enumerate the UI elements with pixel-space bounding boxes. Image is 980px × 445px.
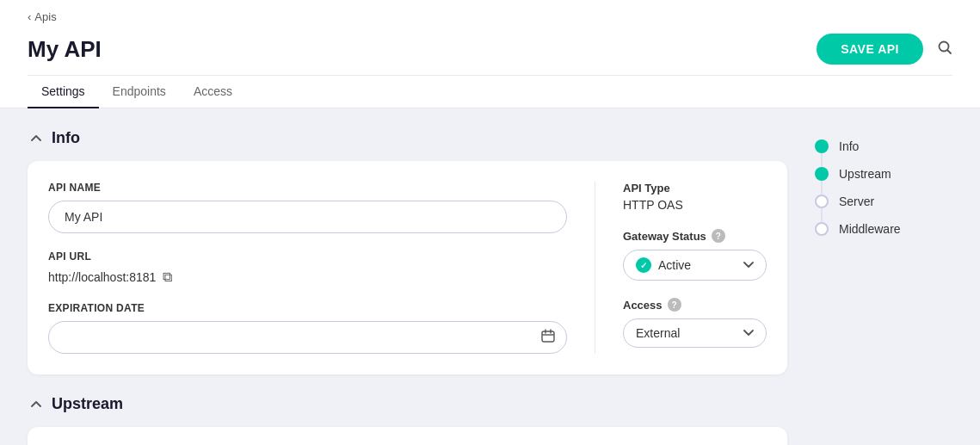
gateway-status-label: Gateway Status <box>623 230 706 243</box>
api-name-label: API NAME <box>48 182 567 194</box>
api-type-value: HTTP OAS <box>623 198 767 212</box>
api-url-label: API URL <box>48 250 567 263</box>
gateway-status-chevron-icon <box>743 259 754 271</box>
api-type-label: API Type <box>623 182 767 195</box>
access-help-icon[interactable]: ? <box>668 298 681 312</box>
access-label: Access <box>623 299 663 312</box>
expiration-date-label: EXPIRATION DATE <box>48 302 567 314</box>
svg-point-0 <box>940 41 949 51</box>
gateway-status-select[interactable]: Active <box>623 250 767 281</box>
sidebar-label-upstream: Upstream <box>839 167 891 181</box>
api-url-value: http://localhost:8181 <box>48 270 156 284</box>
access-value: External <box>636 326 737 340</box>
info-section-toggle[interactable] <box>28 130 45 147</box>
access-chevron-icon <box>743 327 754 339</box>
expiration-date-input[interactable] <box>48 321 567 354</box>
info-section: Info API NAME API URL http://localhost:8… <box>28 129 787 374</box>
back-link[interactable]: ‹ Apis <box>28 0 952 27</box>
sidebar-item-info[interactable]: Info <box>815 133 952 160</box>
gateway-status-value: Active <box>658 258 737 272</box>
sidebar-dot-upstream <box>815 167 829 181</box>
sidebar-item-middleware[interactable]: Middleware <box>815 215 952 243</box>
upstream-section-toggle[interactable] <box>28 396 45 413</box>
sidebar-item-upstream[interactable]: Upstream <box>815 160 952 188</box>
sidebar-nav: Info Upstream Server Middleware <box>815 133 952 243</box>
active-status-dot <box>636 257 651 273</box>
tab-endpoints[interactable]: Endpoints <box>99 76 180 108</box>
sidebar: Info Upstream Server Middleware <box>815 129 952 445</box>
search-button[interactable] <box>937 40 952 59</box>
search-icon <box>937 40 952 55</box>
upstream-section-title: Upstream <box>52 395 123 413</box>
sidebar-label-info: Info <box>839 139 859 153</box>
back-label: Apis <box>34 10 56 23</box>
sidebar-dot-middleware <box>815 222 829 236</box>
back-chevron: ‹ <box>28 10 31 23</box>
sidebar-item-server[interactable]: Server <box>815 188 952 215</box>
sidebar-label-server: Server <box>839 195 874 208</box>
info-card: API NAME API URL http://localhost:8181 ⧉… <box>28 161 787 374</box>
svg-line-1 <box>948 50 952 53</box>
nav-tabs: Settings Endpoints Access <box>28 75 952 108</box>
save-api-button[interactable]: SAVE API <box>817 34 923 65</box>
gateway-status-help-icon[interactable]: ? <box>712 229 725 243</box>
tab-settings[interactable]: Settings <box>28 76 99 108</box>
sidebar-dot-server <box>815 195 829 208</box>
page-title: My API <box>28 36 102 63</box>
access-select[interactable]: External <box>623 318 767 348</box>
copy-url-icon[interactable]: ⧉ <box>163 269 172 285</box>
sidebar-label-middleware: Middleware <box>839 222 901 236</box>
tab-access[interactable]: Access <box>180 76 246 108</box>
upstream-section: Upstream <box>28 395 787 445</box>
info-section-title: Info <box>52 129 80 147</box>
sidebar-dot-info <box>815 139 829 153</box>
upstream-card <box>28 427 787 445</box>
api-name-input[interactable] <box>48 201 567 233</box>
